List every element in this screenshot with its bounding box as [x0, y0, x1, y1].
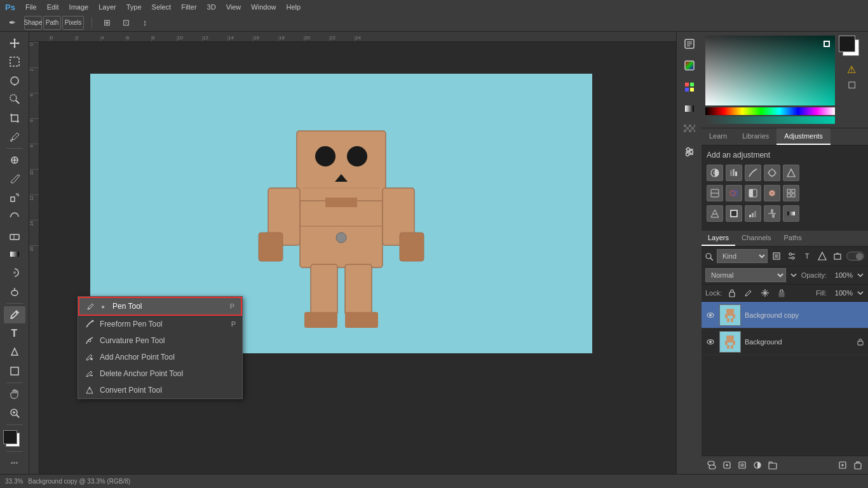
- photo-filter-btn[interactable]: [764, 185, 780, 201]
- marquee-tool-btn[interactable]: [4, 53, 25, 71]
- more-tools-btn[interactable]: •••: [4, 454, 25, 472]
- menu-type[interactable]: Type: [126, 3, 142, 11]
- type-tool-btn[interactable]: T: [4, 325, 25, 342]
- history-brush-btn[interactable]: [4, 208, 25, 226]
- adjustments-tab[interactable]: Adjustments: [776, 128, 831, 145]
- filter-adjustment-icon[interactable]: [785, 250, 798, 262]
- filter-pixel-icon[interactable]: [770, 250, 783, 262]
- healing-brush-btn[interactable]: [4, 151, 25, 169]
- paths-tab-btn[interactable]: Paths: [778, 231, 808, 246]
- vibrance-btn[interactable]: [783, 165, 799, 181]
- opacity-slider[interactable]: [705, 116, 835, 124]
- curves-btn[interactable]: [745, 165, 761, 181]
- menu-help[interactable]: Help: [286, 3, 301, 11]
- color-lookup-btn[interactable]: [707, 205, 723, 222]
- path-alignment-btn[interactable]: ⊡: [119, 16, 133, 30]
- move-tool-btn[interactable]: [4, 34, 25, 52]
- filter-smart-icon[interactable]: [831, 250, 844, 262]
- new-group-btn[interactable]: [766, 459, 779, 471]
- eyedropper-tool-btn[interactable]: [4, 128, 25, 146]
- layer-visibility-bg-copy[interactable]: [705, 310, 715, 320]
- menu-layer[interactable]: Layer: [98, 3, 116, 11]
- gradient-picker[interactable]: [705, 36, 835, 124]
- learn-tab[interactable]: Learn: [702, 128, 735, 145]
- add-layer-style-btn[interactable]: [721, 459, 733, 471]
- shape-tool-btn[interactable]: [4, 362, 25, 380]
- hue-slider[interactable]: [705, 107, 835, 115]
- path-operations-btn[interactable]: ⊞: [100, 16, 114, 30]
- color-mini-btn[interactable]: [680, 56, 699, 75]
- libraries-tab[interactable]: Libraries: [735, 128, 776, 145]
- path-mode-btn[interactable]: Path: [43, 16, 61, 30]
- lock-transparent-btn[interactable]: [726, 287, 738, 299]
- channels-tab-btn[interactable]: Channels: [735, 231, 777, 246]
- menu-filter[interactable]: Filter: [181, 3, 196, 11]
- brush-tool-btn[interactable]: [4, 170, 25, 188]
- menu-edit[interactable]: Edit: [47, 3, 59, 11]
- new-layer-btn[interactable]: [836, 459, 849, 471]
- levels-btn[interactable]: [726, 165, 742, 181]
- invert-btn[interactable]: [726, 205, 742, 222]
- path-select-btn[interactable]: [4, 344, 25, 362]
- dodge-tool-btn[interactable]: [4, 283, 25, 301]
- menu-image[interactable]: Image: [69, 3, 89, 11]
- filter-shape-icon[interactable]: [816, 250, 829, 262]
- eraser-tool-btn[interactable]: [4, 226, 25, 244]
- fg-color-box[interactable]: [839, 36, 855, 52]
- lock-position-btn[interactable]: [759, 287, 771, 299]
- fg-bg-swatches[interactable]: [839, 36, 864, 61]
- blend-mode-select[interactable]: Normal Dissolve Multiply Screen Overlay: [705, 268, 786, 282]
- gradient-map-btn[interactable]: [783, 205, 799, 222]
- pen-tool-btn[interactable]: [4, 306, 25, 324]
- layer-visibility-bg[interactable]: [705, 337, 715, 347]
- crop-tool-btn[interactable]: [4, 109, 25, 127]
- patterns-mini-btn[interactable]: [680, 121, 699, 140]
- delete-anchor-point-menu-item[interactable]: Delete Anchor Point Tool: [78, 365, 242, 382]
- brightness-contrast-btn[interactable]: [707, 165, 723, 181]
- color-balance-btn[interactable]: [726, 185, 742, 201]
- layers-tab-btn[interactable]: Layers: [702, 231, 735, 246]
- quick-select-tool-btn[interactable]: [4, 91, 25, 109]
- convert-point-menu-item[interactable]: Convert Point Tool: [78, 382, 242, 398]
- layer-kind-select[interactable]: Kind Name Effect Mode Attribute Color: [717, 249, 768, 263]
- menu-3d[interactable]: 3D: [207, 3, 216, 11]
- menu-file[interactable]: File: [25, 3, 37, 11]
- posterize-btn[interactable]: [745, 205, 761, 222]
- filter-type-icon[interactable]: T: [801, 250, 813, 262]
- blur-tool-btn[interactable]: [4, 264, 25, 282]
- delete-layer-btn[interactable]: [851, 459, 864, 471]
- exposure-btn[interactable]: [764, 165, 780, 181]
- zoom-tool-btn[interactable]: [4, 404, 25, 422]
- background-layer-item[interactable]: Background: [702, 329, 868, 355]
- path-arrangement-btn[interactable]: ↕: [138, 16, 152, 30]
- link-layers-btn[interactable]: [705, 459, 718, 471]
- curvature-pen-tool-menu-item[interactable]: Curvature Pen Tool: [78, 332, 242, 349]
- shape-mode-btn[interactable]: Shape: [24, 16, 42, 30]
- lock-all-btn[interactable]: [775, 287, 788, 299]
- swatches-mini-btn[interactable]: [680, 78, 699, 97]
- gradient-mini-btn[interactable]: [680, 99, 699, 118]
- hue-saturation-btn[interactable]: [707, 185, 723, 201]
- color-swatches[interactable]: [3, 430, 26, 449]
- freeform-pen-tool-menu-item[interactable]: Freeform Pen Tool P: [78, 316, 242, 332]
- foreground-color-swatch[interactable]: [3, 430, 17, 444]
- filter-toggle[interactable]: [846, 252, 864, 261]
- threshold-btn[interactable]: [764, 205, 780, 222]
- add-anchor-point-menu-item[interactable]: Add Anchor Point Tool: [78, 349, 242, 365]
- menu-select[interactable]: Select: [152, 3, 172, 11]
- pixels-mode-btn[interactable]: Pixels: [62, 16, 84, 30]
- new-adjustment-btn[interactable]: [751, 459, 764, 471]
- clone-stamp-btn[interactable]: [4, 189, 25, 207]
- menu-view[interactable]: View: [226, 3, 241, 11]
- menu-window[interactable]: Window: [251, 3, 276, 11]
- adjustments-mini-btn[interactable]: [680, 142, 699, 161]
- background-copy-layer-item[interactable]: Background copy: [702, 302, 868, 329]
- learn-mini-btn[interactable]: [680, 34, 699, 53]
- black-white-btn[interactable]: [745, 185, 761, 201]
- lasso-tool-btn[interactable]: [4, 72, 25, 90]
- hand-tool-btn[interactable]: [4, 386, 25, 403]
- gradient-tool-btn[interactable]: [4, 245, 25, 263]
- channel-mixer-btn[interactable]: [783, 185, 799, 201]
- lock-image-btn[interactable]: [742, 287, 755, 299]
- add-mask-btn[interactable]: [736, 459, 749, 471]
